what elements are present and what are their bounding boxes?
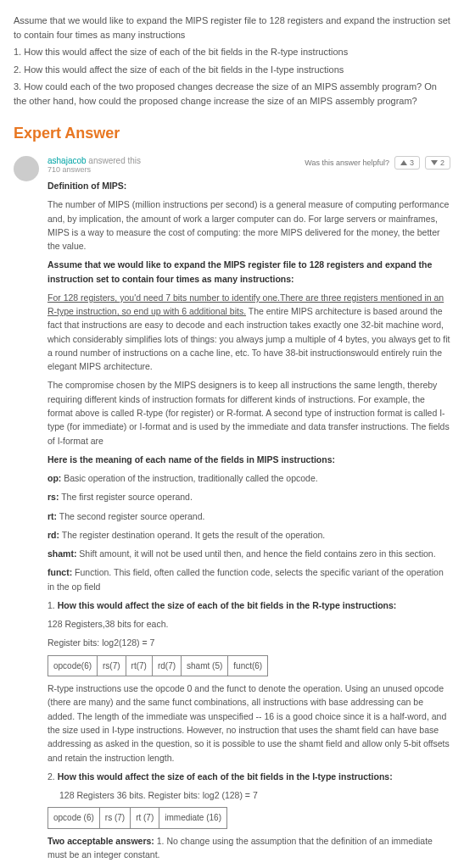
question-text: Assume that we would like to expand the … [14,14,450,108]
answer-body: Definition of MIPS: The number of MIPS (… [48,179,450,868]
thumbs-up-icon [400,160,407,165]
answer-count: 710 answers [48,165,141,174]
section-header: Expert Answer [14,125,450,142]
author-line: ashajacob answered this [48,156,141,165]
thumbs-down-button[interactable]: 2 [425,156,450,170]
thumbs-up-button[interactable]: 3 [394,156,420,170]
avatar [14,156,39,181]
table-i-type: opcode (6)rs (7)rt (7)immediate (16) [48,807,227,829]
feedback-label: Was this answer helpful? [305,159,389,167]
table-r-type: opcode(6)rs(7)rt(7)rd(7)shamt (5)funct(6… [48,655,268,677]
thumbs-down-icon [431,160,438,165]
